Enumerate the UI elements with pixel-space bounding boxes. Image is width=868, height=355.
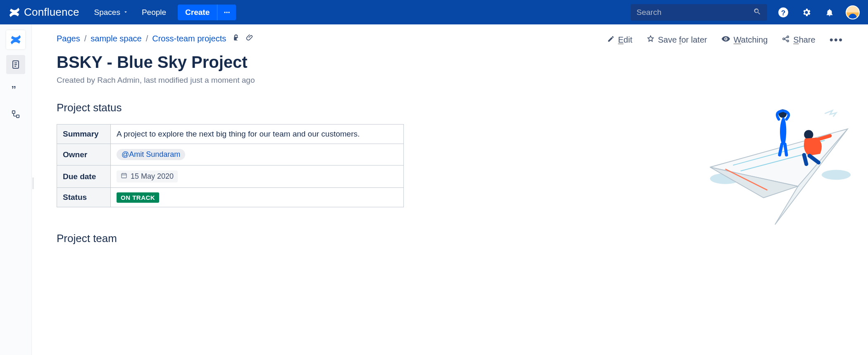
hero-illustration [699, 99, 851, 235]
due-date-value: 15 May 2020 [131, 172, 174, 181]
page-restrictions-icon[interactable] [232, 34, 240, 44]
create-more-button[interactable] [217, 5, 236, 20]
space-sidebar: ” [0, 24, 32, 355]
status-label: Status [57, 188, 111, 207]
svg-rect-11 [17, 115, 19, 118]
svg-point-0 [224, 12, 225, 13]
breadcrumb-parent[interactable]: Cross-team projects [152, 34, 226, 43]
nav-spaces[interactable]: Spaces [89, 5, 134, 19]
breadcrumb-sep: / [84, 34, 87, 43]
owner-label: Owner [57, 144, 111, 166]
help-icon[interactable]: ? [776, 5, 790, 19]
svg-point-2 [228, 12, 229, 13]
share-icon [782, 35, 790, 45]
duedate-label: Due date [57, 166, 111, 188]
search-box[interactable] [631, 4, 767, 21]
page-actions: Edit Save for later Watching Share ••• [607, 34, 843, 46]
sidebar-tree[interactable] [6, 105, 25, 124]
page-title: BSKY - Blue Sky Project [57, 53, 843, 72]
owner-mention[interactable]: @Amit Sundaram [117, 149, 185, 160]
save-for-later-action[interactable]: Save for later [646, 35, 707, 45]
watching-label: Watching [734, 35, 768, 45]
search-icon [753, 7, 761, 17]
edit-label: Edit [618, 35, 632, 45]
edit-action[interactable]: Edit [607, 35, 632, 45]
sidebar-blog[interactable]: ” [6, 80, 25, 99]
star-icon [646, 35, 655, 45]
create-button[interactable]: Create [178, 5, 217, 20]
table-row: Owner @Amit Sundaram [57, 144, 404, 166]
status-lozenge: ON TRACK [117, 192, 159, 203]
page-content: Pages / sample space / Cross-team projec… [32, 24, 868, 355]
product-logo[interactable]: Confluence [8, 6, 79, 19]
svg-rect-10 [12, 111, 15, 113]
share-action[interactable]: Share [782, 35, 815, 45]
page-byline: Created by Rach Admin, last modified jus… [57, 76, 843, 85]
due-date-chip: 15 May 2020 [117, 170, 178, 182]
eye-icon [721, 34, 730, 46]
svg-point-1 [226, 12, 227, 13]
breadcrumb-root[interactable]: Pages [57, 34, 80, 43]
table-row: Summary A project to explore the next bi… [57, 125, 404, 144]
confluence-icon [8, 6, 21, 19]
sidebar-pages[interactable] [6, 55, 25, 74]
svg-point-22 [822, 170, 851, 180]
breadcrumb-sep: / [146, 34, 148, 43]
watching-action[interactable]: Watching [721, 34, 768, 46]
svg-text:”: ” [11, 84, 16, 95]
global-nav: Confluence Spaces People Create ? [0, 0, 868, 24]
attachments-icon[interactable] [246, 34, 254, 44]
space-logo[interactable] [6, 30, 25, 49]
profile-avatar[interactable] [846, 5, 860, 19]
chevron-down-icon [123, 8, 129, 17]
summary-value: A project to explore the next big thing … [111, 125, 404, 144]
settings-icon[interactable] [799, 5, 813, 19]
nav-people[interactable]: People [137, 5, 171, 19]
calendar-icon [121, 172, 127, 181]
breadcrumb-space[interactable]: sample space [91, 34, 141, 43]
table-row: Due date 15 May 2020 [57, 166, 404, 188]
search-input[interactable] [637, 8, 753, 17]
summary-label: Summary [57, 125, 111, 144]
more-actions[interactable]: ••• [830, 34, 843, 46]
product-name: Confluence [24, 6, 79, 19]
save-label: Save for later [658, 35, 707, 45]
table-row: Status ON TRACK [57, 188, 404, 207]
pencil-icon [607, 35, 615, 45]
svg-text:?: ? [781, 8, 786, 17]
svg-rect-17 [122, 173, 126, 178]
nav-spaces-label: Spaces [94, 8, 120, 17]
nav-people-label: People [142, 8, 166, 17]
status-table: Summary A project to explore the next bi… [57, 124, 404, 207]
share-label: Share [793, 35, 815, 45]
notifications-icon[interactable] [823, 5, 837, 19]
svg-point-30 [804, 130, 813, 139]
create-group: Create [178, 5, 236, 20]
